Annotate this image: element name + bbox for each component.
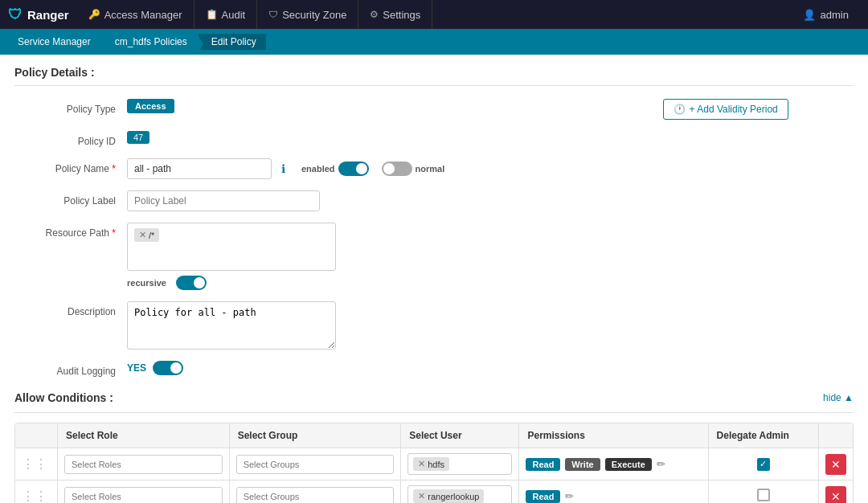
policy-type-row: Policy Type Access 🕐 + Add Validity Peri… [14, 99, 854, 120]
delete-cell-1: ✕ [819, 448, 854, 481]
drag-handle-cell-1: ⋮⋮ [15, 448, 58, 481]
nav-access-manager[interactable]: 🔑 Access Manager [77, 0, 194, 29]
audit-logging-label: Audit Logging [14, 361, 127, 377]
enabled-label: enabled [301, 164, 335, 174]
nav-audit[interactable]: 📋 Audit [194, 0, 258, 29]
policy-name-row: Policy Name ℹ enabled normal [14, 158, 854, 179]
enabled-toggle[interactable] [338, 162, 369, 176]
th-actions [819, 423, 854, 448]
permissions-edit-btn-2[interactable]: ✏ [565, 490, 574, 502]
drag-handle-1[interactable]: ⋮⋮ [22, 457, 51, 471]
th-permissions: Permissions [519, 423, 708, 448]
role-cell-2 [58, 481, 230, 504]
user-x-icon-1[interactable]: ✕ [418, 459, 425, 469]
audit-logging-toggle[interactable] [153, 361, 183, 375]
breadcrumb-cm-hdfs-policies[interactable]: cm_hdfs Policies [102, 34, 197, 50]
table-row: ⋮⋮ ✕ rangerlookup [15, 481, 853, 504]
th-delegate-admin: Delegate Admin [708, 423, 818, 448]
select-roles-input-2[interactable] [64, 487, 223, 504]
top-navigation: 🛡 Ranger 🔑 Access Manager 📋 Audit 🛡 Secu… [0, 0, 868, 29]
policy-label-input[interactable] [127, 190, 320, 211]
perm-write-badge-1: Write [565, 458, 600, 471]
conditions-table-wrapper: Select Role Select Group Select User Per… [14, 423, 854, 503]
enabled-toggle-group: enabled [301, 162, 369, 176]
delegate-admin-cell-1: ✓ [708, 448, 818, 481]
perm-read-badge-1: Read [526, 458, 560, 471]
recursive-label: recursive [127, 278, 166, 288]
user-x-icon-2[interactable]: ✕ [418, 491, 425, 501]
audit-logging-row: Audit Logging YES [14, 361, 854, 377]
delegate-admin-checkbox-2[interactable] [757, 489, 770, 501]
policy-label-row: Policy Label [14, 190, 854, 211]
nav-settings[interactable]: ⚙ Settings [358, 0, 432, 29]
policy-name-label: Policy Name [14, 158, 127, 174]
breadcrumb-service-manager-label: Service Manager [18, 36, 91, 47]
policy-type-label: Policy Type [14, 99, 127, 115]
user-tag-rangerlookup: ✕ rangerlookup [413, 489, 484, 503]
resource-path-control: ✕ /* recursive [127, 223, 854, 290]
user-input-box-1[interactable]: ✕ hdfs [407, 453, 512, 475]
table-header-row: Select Role Select Group Select User Per… [15, 423, 853, 448]
conditions-divider [14, 412, 854, 413]
delete-row-btn-1[interactable]: ✕ [825, 454, 846, 475]
user-input-box-2[interactable]: ✕ rangerlookup [407, 485, 512, 503]
th-select-user: Select User [401, 423, 519, 448]
th-select-group: Select Group [229, 423, 401, 448]
resource-path-input-box[interactable]: ✕ /* [127, 223, 336, 271]
recursive-toggle-group: recursive [127, 276, 207, 290]
drag-handle-2[interactable]: ⋮⋮ [22, 489, 51, 503]
table-row: ⋮⋮ ✕ hdfs [15, 448, 853, 481]
shield-icon: 🛡 [268, 9, 278, 20]
user-cell-1: ✕ hdfs [401, 448, 519, 481]
delete-row-btn-2[interactable]: ✕ [825, 486, 846, 504]
description-row: Description Policy for all - path [14, 301, 854, 350]
resource-tag-value: /* [149, 231, 154, 240]
breadcrumb: Service Manager cm_hdfs Policies Edit Po… [0, 29, 868, 55]
breadcrumb-edit-policy[interactable]: Edit Policy [199, 34, 266, 50]
policy-name-input[interactable] [127, 158, 272, 179]
tag-x-icon[interactable]: ✕ [139, 230, 146, 240]
delegate-admin-checkbox-1[interactable]: ✓ [757, 458, 770, 471]
brand-logo[interactable]: 🛡 Ranger [8, 6, 69, 23]
user-tag-value-2: rangerlookup [428, 492, 479, 501]
th-drag [15, 423, 58, 448]
key-icon: 🔑 [88, 9, 100, 20]
drag-handle-cell-2: ⋮⋮ [15, 481, 58, 504]
user-icon: 👤 [803, 9, 816, 21]
resource-tag: ✕ /* [134, 228, 159, 242]
perm-read-badge-2: Read [526, 490, 560, 503]
ranger-icon: 🛡 [8, 6, 23, 23]
hide-link[interactable]: hide ▲ [823, 392, 854, 403]
clock-icon: 🕐 [674, 104, 686, 115]
page-container: Policy Details : Policy Type Access 🕐 + … [0, 55, 868, 503]
allow-conditions-title: Allow Conditions : [14, 391, 113, 404]
brand-name: Ranger [27, 8, 69, 22]
perm-execute-badge-1: Execute [605, 458, 652, 471]
gear-icon: ⚙ [370, 9, 379, 20]
policy-id-label: Policy ID [14, 131, 127, 147]
select-groups-input-2[interactable] [236, 487, 395, 504]
breadcrumb-edit-policy-label: Edit Policy [211, 36, 256, 47]
delete-cell-2: ✕ [819, 481, 854, 504]
permissions-container-1: Read Write Execute ✏ [526, 458, 701, 471]
permissions-cell-1: Read Write Execute ✏ [519, 448, 708, 481]
add-validity-label: + Add Validity Period [690, 104, 778, 115]
th-select-role: Select Role [58, 423, 230, 448]
user-cell-2: ✕ rangerlookup [401, 481, 519, 504]
user-menu[interactable]: 👤 admin [792, 9, 860, 21]
nav-security-zone[interactable]: 🛡 Security Zone [257, 0, 358, 29]
normal-label: normal [416, 164, 445, 174]
nav-audit-label: Audit [222, 9, 246, 21]
info-icon: ℹ [281, 162, 285, 175]
policy-name-control: ℹ enabled normal [127, 158, 854, 179]
select-groups-input-1[interactable] [236, 455, 395, 474]
add-validity-button[interactable]: 🕐 + Add Validity Period [663, 99, 788, 120]
policy-id-control: 47 [127, 131, 854, 144]
permissions-edit-btn-1[interactable]: ✏ [657, 458, 665, 470]
breadcrumb-service-manager[interactable]: Service Manager [11, 34, 100, 50]
select-roles-input-1[interactable] [64, 455, 223, 474]
description-textarea[interactable]: Policy for all - path [127, 301, 336, 350]
recursive-toggle[interactable] [176, 276, 207, 290]
normal-toggle[interactable] [382, 162, 412, 176]
nav-access-manager-label: Access Manager [104, 9, 182, 21]
